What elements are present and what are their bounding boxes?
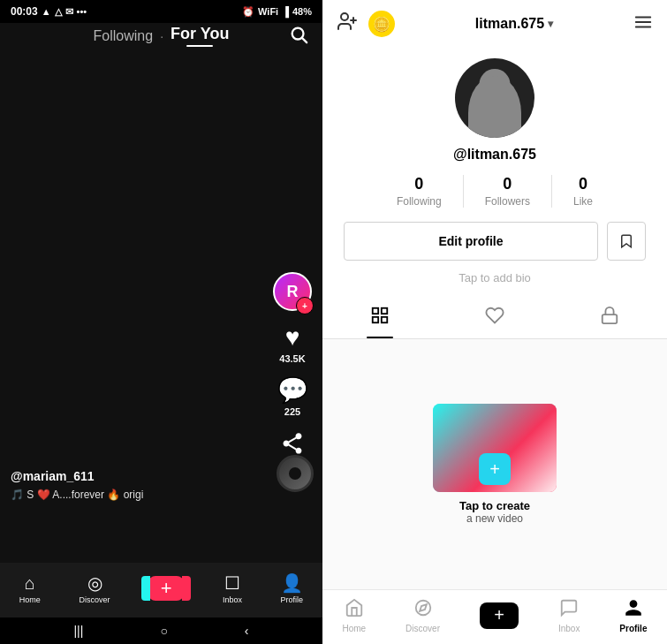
compass-icon: ◎ [87,572,102,594]
right-inbox-nav[interactable]: Inbox [558,598,580,633]
right-panel: 🪙 litman.675 ▾ @litman.675 0 F [322,0,667,644]
username-dropdown[interactable]: litman.675 ▾ [475,16,553,32]
svg-rect-9 [382,308,387,314]
left-panel: 00:03 ▲ △ ✉ ••• ⏰ WiFi ▐ 48% Following ·… [0,0,322,644]
right-discover-label: Discover [406,624,440,633]
video-username[interactable]: @mariam_611 [11,469,269,483]
create-video-card[interactable]: + Tap to create a new video [433,404,557,525]
grid-icon [370,306,390,330]
creator-avatar[interactable]: R + [273,272,312,311]
following-label: Following [397,195,442,208]
search-button[interactable] [289,25,308,48]
right-profile-nav[interactable]: Profile [619,598,647,633]
menu-sys-btn[interactable]: ||| [73,624,83,638]
profile-top-bar: 🪙 litman.675 ▾ [322,0,667,48]
profile-icon: 👤 [281,572,303,594]
status-bar-left: 00:03 ▲ △ ✉ ••• [11,5,87,18]
following-nav-link[interactable]: Following [94,28,154,44]
discover-nav-item[interactable]: ◎ Discover [80,572,110,604]
create-nav-item[interactable]: + [148,576,184,601]
for-you-underline [186,45,213,47]
right-create-button[interactable]: + [480,602,519,629]
right-home-label: Home [342,624,366,633]
followers-label: Followers [485,195,530,208]
right-discover-nav[interactable]: Discover [406,598,440,633]
like-count: 43.5K [279,353,305,364]
profile-nav-item[interactable]: 👤 Profile [281,572,304,604]
right-profile-icon [624,598,643,622]
right-home-icon [345,598,364,622]
followers-stat[interactable]: 0 Followers [464,175,552,208]
followers-count: 0 [503,175,512,193]
like-action[interactable]: ♥ 43.5K [279,325,305,364]
avatar-initial: R [287,283,299,301]
create-plus-button[interactable]: + [148,576,184,601]
add-friend-icon[interactable] [337,11,358,37]
home-icon: ⌂ [25,573,35,594]
inbox-nav-item[interactable]: ☐ Inbox [223,572,242,604]
svg-marker-14 [420,604,427,611]
music-disc-inner [289,467,301,480]
svg-line-1 [302,38,307,42]
music-disc[interactable] [277,455,314,492]
right-inbox-label: Inbox [558,624,580,633]
video-caption: 🎵 S ❤️ A....forever 🔥 origi [11,489,269,501]
home-label: Home [19,595,41,604]
home-sys-btn[interactable]: ○ [160,624,167,638]
home-nav-item[interactable]: ⌂ Home [19,573,41,604]
nav-links: Following · For You [94,25,230,47]
action-buttons: R + ♥ 43.5K 💬 225 6988 [273,272,312,474]
left-bottom-nav: ⌂ Home ◎ Discover + ☐ Inbox 👤 Profile [0,563,322,617]
svg-point-2 [341,13,348,20]
right-inbox-icon [559,598,579,622]
right-bottom-nav: Home Discover + Inbox [322,589,667,644]
follow-plus-badge[interactable]: + [296,297,314,314]
alert-icon: △ [55,6,62,18]
right-create-nav[interactable]: + [480,602,519,629]
tab-private[interactable] [552,297,667,338]
coin-icon[interactable]: 🪙 [368,11,395,37]
wifi-icon: WiFi [258,6,278,17]
svg-rect-8 [373,308,378,314]
right-compass-icon [413,598,433,622]
comment-icon: 💬 [277,378,308,403]
message-icon: ✉ [65,6,73,18]
svg-rect-11 [382,317,387,322]
signal-icon: ▲ [42,6,51,17]
profile-body: @litman.675 0 Following 0 Followers 0 Li… [322,48,667,297]
status-bar-right: ⏰ WiFi ▐ 48% [242,6,312,18]
svg-rect-12 [603,314,618,323]
profile-actions: Edit profile [337,222,653,261]
right-home-nav[interactable]: Home [342,598,366,633]
back-sys-btn[interactable]: ‹ [245,624,249,638]
create-plus-icon[interactable]: + [479,453,511,485]
profile-handle: @litman.675 [453,147,536,163]
profile-header-left: 🪙 [337,11,395,37]
bio-text[interactable]: Tap to add bio [459,271,531,284]
heart-icon: ♥ [285,325,300,350]
following-stat[interactable]: 0 Following [375,175,464,208]
likes-stat: 0 Like [552,175,614,208]
comment-action[interactable]: 💬 225 [277,378,308,417]
menu-icon[interactable] [633,12,653,36]
tab-videos[interactable] [322,297,437,338]
right-profile-label: Profile [619,624,647,633]
for-you-nav-link[interactable]: For You [171,25,229,47]
status-time: 00:03 [11,5,38,18]
svg-point-13 [415,600,430,615]
system-bar: ||| ○ ‹ [0,617,322,644]
content-area: + Tap to create a new video [322,339,667,589]
likes-count: 0 [579,175,587,193]
for-you-label[interactable]: For You [171,25,229,43]
profile-label: Profile [281,595,304,604]
tab-liked[interactable] [437,297,552,338]
battery-level: 48% [292,6,312,17]
discover-label: Discover [80,595,110,604]
inbox-icon: ☐ [224,572,240,594]
avatar-silhouette [468,76,521,138]
status-bar: 00:03 ▲ △ ✉ ••• ⏰ WiFi ▐ 48% [0,0,322,23]
edit-profile-button[interactable]: Edit profile [344,222,598,261]
bookmark-button[interactable] [607,222,646,261]
video-area[interactable]: R + ♥ 43.5K 💬 225 6988 [0,23,322,563]
more-icon: ••• [77,6,87,17]
